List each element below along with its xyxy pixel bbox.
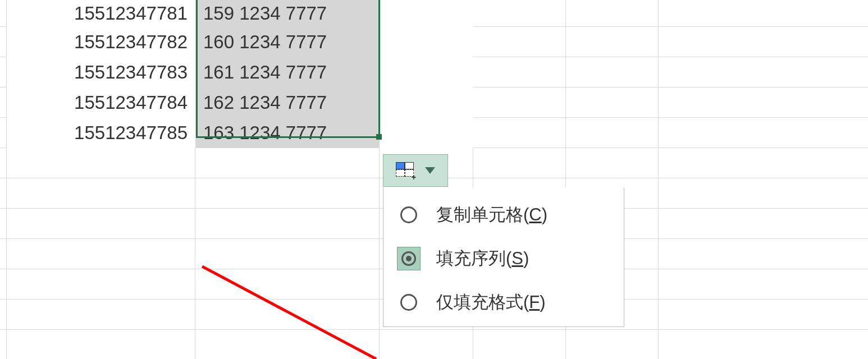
cell[interactable] bbox=[473, 148, 566, 178]
cell[interactable]: 161 1234 7777 bbox=[195, 57, 380, 88]
autofill-options-menu: 复制单元格(C) 填充序列(S) 仅填充格式(F) bbox=[383, 187, 624, 327]
cell[interactable] bbox=[7, 148, 195, 178]
cell-value: 15512347783 bbox=[7, 57, 195, 88]
cell-value: 15512347781 bbox=[7, 0, 195, 27]
cell[interactable] bbox=[7, 239, 195, 269]
chevron-down-icon bbox=[425, 167, 435, 174]
cell-value: 160 1234 7777 bbox=[195, 27, 380, 57]
cell-value: 15512347784 bbox=[7, 88, 195, 118]
cell[interactable] bbox=[380, 88, 473, 118]
radio-unchecked-icon bbox=[397, 291, 421, 314]
cell-value: 163 1234 7777 bbox=[195, 118, 380, 148]
cell[interactable] bbox=[473, 330, 566, 359]
cell[interactable] bbox=[566, 330, 659, 359]
spreadsheet-viewport: 15512347781 159 1234 7777 15512347782 16… bbox=[0, 0, 868, 359]
cell[interactable] bbox=[195, 300, 380, 330]
cell[interactable] bbox=[380, 57, 473, 88]
cell[interactable]: 159 1234 7777 bbox=[195, 0, 380, 27]
cell[interactable] bbox=[380, 118, 473, 148]
menu-item-copy-cells[interactable]: 复制单元格(C) bbox=[383, 193, 624, 237]
cell[interactable] bbox=[380, 27, 473, 57]
cell[interactable]: 163 1234 7777 bbox=[195, 118, 380, 148]
cell[interactable] bbox=[380, 330, 473, 359]
cell[interactable] bbox=[7, 178, 195, 209]
cell[interactable]: 15512347785 bbox=[7, 118, 195, 148]
cell-value: 162 1234 7777 bbox=[195, 88, 380, 118]
cell[interactable]: 15512347782 bbox=[7, 27, 195, 57]
autofill-options-icon: + bbox=[396, 162, 415, 179]
cell[interactable] bbox=[195, 330, 380, 359]
cell[interactable] bbox=[566, 148, 659, 178]
cell-value: 161 1234 7777 bbox=[195, 57, 380, 88]
radio-checked-icon bbox=[397, 247, 421, 270]
cell[interactable] bbox=[7, 330, 195, 359]
cell[interactable] bbox=[7, 269, 195, 300]
cell[interactable] bbox=[195, 239, 380, 269]
cell[interactable] bbox=[380, 0, 473, 27]
cell[interactable]: 15512347783 bbox=[7, 57, 195, 88]
cell[interactable]: 15512347784 bbox=[7, 88, 195, 118]
cell-value: 15512347785 bbox=[7, 118, 195, 148]
cell[interactable] bbox=[7, 209, 195, 239]
menu-item-label: 复制单元格(C) bbox=[436, 203, 547, 227]
menu-item-fill-formatting-only[interactable]: 仅填充格式(F) bbox=[383, 280, 624, 324]
cell[interactable] bbox=[195, 209, 380, 239]
menu-item-label: 填充序列(S) bbox=[436, 247, 529, 270]
cell-value: 159 1234 7777 bbox=[195, 0, 380, 27]
menu-item-fill-series[interactable]: 填充序列(S) bbox=[383, 237, 624, 280]
radio-unchecked-icon bbox=[397, 203, 421, 227]
cell[interactable]: 15512347781 bbox=[7, 0, 195, 27]
cell-value: 15512347782 bbox=[7, 27, 195, 57]
menu-item-label: 仅填充格式(F) bbox=[436, 291, 546, 314]
cell[interactable] bbox=[195, 178, 380, 209]
cell[interactable]: 160 1234 7777 bbox=[195, 27, 380, 57]
cell[interactable] bbox=[195, 269, 380, 300]
autofill-options-button[interactable]: + bbox=[383, 154, 448, 187]
cell[interactable] bbox=[7, 300, 195, 330]
cell[interactable]: 162 1234 7777 bbox=[195, 88, 380, 118]
cell[interactable] bbox=[195, 148, 380, 178]
